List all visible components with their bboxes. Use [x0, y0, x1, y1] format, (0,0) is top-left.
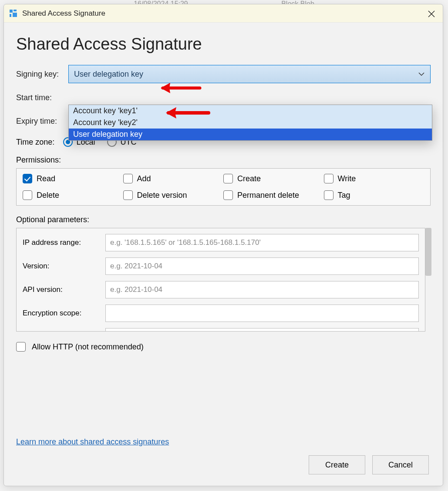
signing-key-dropdown[interactable]: Account key 'key1' Account key 'key2' Us… [68, 105, 432, 141]
input-cache-control[interactable] [105, 328, 419, 332]
checkbox-allow-http[interactable] [16, 342, 26, 352]
perm-write-label: Write [338, 174, 356, 183]
row-start-time: Start time: [16, 88, 431, 107]
optional-panel: IP address range: Version: API version: … [16, 228, 425, 332]
label-optional: Optional parameters: [16, 215, 431, 224]
chevron-down-icon [418, 71, 425, 80]
perm-add-label: Add [137, 174, 151, 183]
perm-create-label: Create [237, 174, 261, 183]
checkbox-delete-version[interactable] [123, 190, 133, 200]
label-signing-key: Signing key: [16, 70, 68, 79]
checkbox-create[interactable] [223, 174, 233, 183]
close-button[interactable] [426, 9, 437, 19]
window-title: Shared Access Signature [22, 9, 105, 18]
label-start-time: Start time: [16, 93, 68, 102]
perm-permanent-delete-label: Permanent delete [237, 191, 299, 200]
create-button[interactable]: Create [309, 455, 365, 474]
perm-create[interactable]: Create [223, 172, 324, 185]
checkbox-add[interactable] [123, 174, 133, 183]
row-ip-range: IP address range: [23, 234, 419, 252]
checkbox-permanent-delete[interactable] [223, 190, 233, 200]
sas-dialog-window: Shared Access Signature Shared Access Si… [3, 4, 443, 486]
input-version[interactable] [105, 257, 419, 275]
dropdown-option-key2[interactable]: Account key 'key2' [69, 117, 432, 129]
checkbox-tag[interactable] [324, 190, 333, 200]
row-cache-control: Cache control: [23, 328, 419, 332]
dropdown-option-key1[interactable]: Account key 'key1' [69, 105, 432, 117]
label-expiry-time: Expiry time: [16, 117, 68, 126]
perm-tag-label: Tag [338, 191, 350, 200]
perm-read-label: Read [37, 174, 55, 183]
app-icon [9, 9, 18, 18]
close-icon [428, 10, 435, 17]
titlebar: Shared Access Signature [4, 4, 443, 23]
permissions-panel: Read Add Create Write Delete Delete vers… [16, 168, 431, 206]
perm-read[interactable]: Read [23, 172, 123, 185]
svg-rect-3 [13, 13, 17, 17]
perm-permanent-delete[interactable]: Permanent delete [223, 189, 324, 202]
dropdown-option-user-delegation[interactable]: User delegation key [69, 129, 432, 140]
input-api-version[interactable] [105, 281, 419, 298]
row-api-version: API version: [23, 281, 419, 299]
scrollbar[interactable] [425, 228, 431, 276]
checkbox-write[interactable] [324, 174, 333, 183]
perm-tag[interactable]: Tag [324, 189, 424, 202]
svg-rect-2 [10, 14, 11, 17]
perm-delete-version[interactable]: Delete version [123, 189, 224, 202]
input-encryption-scope[interactable] [105, 305, 419, 322]
cancel-button[interactable]: Cancel [372, 455, 429, 474]
label-allow-http: Allow HTTP (not recommended) [32, 342, 144, 352]
signing-key-select[interactable]: User delegation key [68, 65, 431, 83]
label-permissions: Permissions: [16, 156, 431, 165]
input-ip-range[interactable] [105, 234, 419, 251]
label-api-version: API version: [23, 285, 105, 294]
page-title: Shared Access Signature [16, 35, 431, 54]
dialog-content: Shared Access Signature Signing key: Use… [4, 23, 443, 486]
row-allow-http[interactable]: Allow HTTP (not recommended) [16, 342, 431, 352]
row-version: Version: [23, 257, 419, 275]
label-encryption-scope: Encryption scope: [23, 309, 105, 318]
svg-rect-1 [13, 10, 17, 11]
perm-delete[interactable]: Delete [23, 189, 123, 202]
signing-key-value: User delegation key [74, 70, 143, 79]
row-encryption-scope: Encryption scope: [23, 304, 419, 322]
label-ip-range: IP address range: [23, 238, 105, 247]
checkbox-read[interactable] [23, 174, 32, 183]
learn-more-link[interactable]: Learn more about shared access signature… [16, 437, 431, 447]
row-signing-key: Signing key: User delegation key [16, 65, 431, 83]
perm-write[interactable]: Write [324, 172, 424, 185]
perm-add[interactable]: Add [123, 172, 224, 185]
button-bar: Create Cancel [16, 447, 431, 478]
checkbox-delete[interactable] [23, 190, 32, 200]
label-timezone: Time zone: [16, 138, 54, 147]
label-version: Version: [23, 262, 105, 271]
perm-delete-version-label: Delete version [137, 191, 187, 200]
svg-rect-0 [10, 10, 13, 13]
perm-delete-label: Delete [37, 191, 59, 200]
